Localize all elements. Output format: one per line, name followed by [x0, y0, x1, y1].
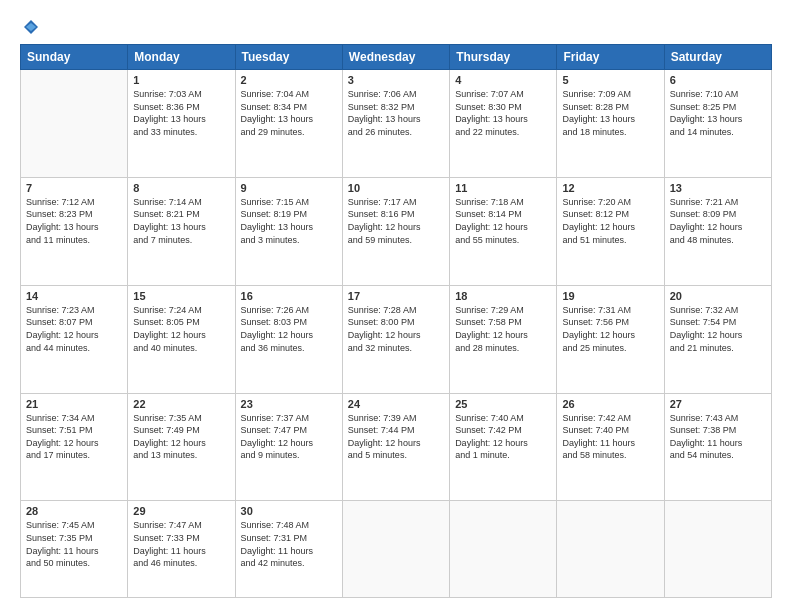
day-number: 3	[348, 74, 444, 86]
calendar-table: SundayMondayTuesdayWednesdayThursdayFrid…	[20, 44, 772, 598]
day-number: 27	[670, 398, 766, 410]
header	[20, 18, 772, 36]
calendar-cell: 9Sunrise: 7:15 AM Sunset: 8:19 PM Daylig…	[235, 177, 342, 285]
calendar-header-saturday: Saturday	[664, 45, 771, 70]
day-number: 23	[241, 398, 337, 410]
day-info: Sunrise: 7:31 AM Sunset: 7:56 PM Dayligh…	[562, 304, 658, 354]
day-number: 1	[133, 74, 229, 86]
day-number: 4	[455, 74, 551, 86]
day-info: Sunrise: 7:03 AM Sunset: 8:36 PM Dayligh…	[133, 88, 229, 138]
day-info: Sunrise: 7:07 AM Sunset: 8:30 PM Dayligh…	[455, 88, 551, 138]
day-number: 19	[562, 290, 658, 302]
calendar-cell: 4Sunrise: 7:07 AM Sunset: 8:30 PM Daylig…	[450, 70, 557, 178]
day-info: Sunrise: 7:37 AM Sunset: 7:47 PM Dayligh…	[241, 412, 337, 462]
day-info: Sunrise: 7:06 AM Sunset: 8:32 PM Dayligh…	[348, 88, 444, 138]
day-number: 11	[455, 182, 551, 194]
day-info: Sunrise: 7:32 AM Sunset: 7:54 PM Dayligh…	[670, 304, 766, 354]
calendar-cell: 30Sunrise: 7:48 AM Sunset: 7:31 PM Dayli…	[235, 501, 342, 598]
day-info: Sunrise: 7:42 AM Sunset: 7:40 PM Dayligh…	[562, 412, 658, 462]
day-number: 8	[133, 182, 229, 194]
calendar-header-monday: Monday	[128, 45, 235, 70]
day-number: 18	[455, 290, 551, 302]
day-info: Sunrise: 7:28 AM Sunset: 8:00 PM Dayligh…	[348, 304, 444, 354]
day-number: 15	[133, 290, 229, 302]
day-number: 29	[133, 505, 229, 517]
calendar-cell: 17Sunrise: 7:28 AM Sunset: 8:00 PM Dayli…	[342, 285, 449, 393]
calendar-header-wednesday: Wednesday	[342, 45, 449, 70]
calendar-cell: 1Sunrise: 7:03 AM Sunset: 8:36 PM Daylig…	[128, 70, 235, 178]
day-number: 5	[562, 74, 658, 86]
calendar-week-4: 21Sunrise: 7:34 AM Sunset: 7:51 PM Dayli…	[21, 393, 772, 501]
calendar-header-sunday: Sunday	[21, 45, 128, 70]
calendar-cell: 21Sunrise: 7:34 AM Sunset: 7:51 PM Dayli…	[21, 393, 128, 501]
calendar-cell: 23Sunrise: 7:37 AM Sunset: 7:47 PM Dayli…	[235, 393, 342, 501]
day-info: Sunrise: 7:34 AM Sunset: 7:51 PM Dayligh…	[26, 412, 122, 462]
calendar-cell: 28Sunrise: 7:45 AM Sunset: 7:35 PM Dayli…	[21, 501, 128, 598]
day-info: Sunrise: 7:40 AM Sunset: 7:42 PM Dayligh…	[455, 412, 551, 462]
calendar-cell: 12Sunrise: 7:20 AM Sunset: 8:12 PM Dayli…	[557, 177, 664, 285]
calendar-cell: 6Sunrise: 7:10 AM Sunset: 8:25 PM Daylig…	[664, 70, 771, 178]
day-number: 21	[26, 398, 122, 410]
calendar-cell: 16Sunrise: 7:26 AM Sunset: 8:03 PM Dayli…	[235, 285, 342, 393]
logo	[20, 18, 40, 36]
calendar-cell: 7Sunrise: 7:12 AM Sunset: 8:23 PM Daylig…	[21, 177, 128, 285]
day-number: 12	[562, 182, 658, 194]
page: SundayMondayTuesdayWednesdayThursdayFrid…	[0, 0, 792, 612]
day-info: Sunrise: 7:24 AM Sunset: 8:05 PM Dayligh…	[133, 304, 229, 354]
calendar-cell	[342, 501, 449, 598]
calendar-cell: 26Sunrise: 7:42 AM Sunset: 7:40 PM Dayli…	[557, 393, 664, 501]
day-info: Sunrise: 7:12 AM Sunset: 8:23 PM Dayligh…	[26, 196, 122, 246]
day-info: Sunrise: 7:47 AM Sunset: 7:33 PM Dayligh…	[133, 519, 229, 569]
calendar-cell: 19Sunrise: 7:31 AM Sunset: 7:56 PM Dayli…	[557, 285, 664, 393]
calendar-cell: 8Sunrise: 7:14 AM Sunset: 8:21 PM Daylig…	[128, 177, 235, 285]
calendar-cell: 20Sunrise: 7:32 AM Sunset: 7:54 PM Dayli…	[664, 285, 771, 393]
day-number: 28	[26, 505, 122, 517]
day-number: 24	[348, 398, 444, 410]
day-info: Sunrise: 7:35 AM Sunset: 7:49 PM Dayligh…	[133, 412, 229, 462]
day-info: Sunrise: 7:18 AM Sunset: 8:14 PM Dayligh…	[455, 196, 551, 246]
day-info: Sunrise: 7:20 AM Sunset: 8:12 PM Dayligh…	[562, 196, 658, 246]
day-info: Sunrise: 7:48 AM Sunset: 7:31 PM Dayligh…	[241, 519, 337, 569]
calendar-cell: 2Sunrise: 7:04 AM Sunset: 8:34 PM Daylig…	[235, 70, 342, 178]
calendar-header-friday: Friday	[557, 45, 664, 70]
calendar-week-1: 1Sunrise: 7:03 AM Sunset: 8:36 PM Daylig…	[21, 70, 772, 178]
calendar-cell: 3Sunrise: 7:06 AM Sunset: 8:32 PM Daylig…	[342, 70, 449, 178]
calendar-cell: 18Sunrise: 7:29 AM Sunset: 7:58 PM Dayli…	[450, 285, 557, 393]
day-number: 25	[455, 398, 551, 410]
calendar-cell	[21, 70, 128, 178]
day-info: Sunrise: 7:45 AM Sunset: 7:35 PM Dayligh…	[26, 519, 122, 569]
calendar-cell: 10Sunrise: 7:17 AM Sunset: 8:16 PM Dayli…	[342, 177, 449, 285]
day-info: Sunrise: 7:10 AM Sunset: 8:25 PM Dayligh…	[670, 88, 766, 138]
day-number: 2	[241, 74, 337, 86]
calendar-header-row: SundayMondayTuesdayWednesdayThursdayFrid…	[21, 45, 772, 70]
day-number: 20	[670, 290, 766, 302]
calendar-cell: 15Sunrise: 7:24 AM Sunset: 8:05 PM Dayli…	[128, 285, 235, 393]
calendar-cell	[557, 501, 664, 598]
day-number: 14	[26, 290, 122, 302]
day-number: 22	[133, 398, 229, 410]
day-number: 13	[670, 182, 766, 194]
calendar-cell: 22Sunrise: 7:35 AM Sunset: 7:49 PM Dayli…	[128, 393, 235, 501]
day-number: 7	[26, 182, 122, 194]
calendar-week-3: 14Sunrise: 7:23 AM Sunset: 8:07 PM Dayli…	[21, 285, 772, 393]
day-info: Sunrise: 7:09 AM Sunset: 8:28 PM Dayligh…	[562, 88, 658, 138]
calendar-cell: 24Sunrise: 7:39 AM Sunset: 7:44 PM Dayli…	[342, 393, 449, 501]
calendar-cell: 14Sunrise: 7:23 AM Sunset: 8:07 PM Dayli…	[21, 285, 128, 393]
day-info: Sunrise: 7:23 AM Sunset: 8:07 PM Dayligh…	[26, 304, 122, 354]
day-number: 26	[562, 398, 658, 410]
calendar-cell: 5Sunrise: 7:09 AM Sunset: 8:28 PM Daylig…	[557, 70, 664, 178]
day-info: Sunrise: 7:21 AM Sunset: 8:09 PM Dayligh…	[670, 196, 766, 246]
calendar-week-2: 7Sunrise: 7:12 AM Sunset: 8:23 PM Daylig…	[21, 177, 772, 285]
day-info: Sunrise: 7:26 AM Sunset: 8:03 PM Dayligh…	[241, 304, 337, 354]
day-info: Sunrise: 7:14 AM Sunset: 8:21 PM Dayligh…	[133, 196, 229, 246]
day-number: 17	[348, 290, 444, 302]
calendar-cell	[664, 501, 771, 598]
day-number: 6	[670, 74, 766, 86]
calendar-cell: 29Sunrise: 7:47 AM Sunset: 7:33 PM Dayli…	[128, 501, 235, 598]
calendar-cell: 13Sunrise: 7:21 AM Sunset: 8:09 PM Dayli…	[664, 177, 771, 285]
calendar-cell: 25Sunrise: 7:40 AM Sunset: 7:42 PM Dayli…	[450, 393, 557, 501]
day-number: 16	[241, 290, 337, 302]
day-info: Sunrise: 7:29 AM Sunset: 7:58 PM Dayligh…	[455, 304, 551, 354]
calendar-header-tuesday: Tuesday	[235, 45, 342, 70]
day-info: Sunrise: 7:43 AM Sunset: 7:38 PM Dayligh…	[670, 412, 766, 462]
